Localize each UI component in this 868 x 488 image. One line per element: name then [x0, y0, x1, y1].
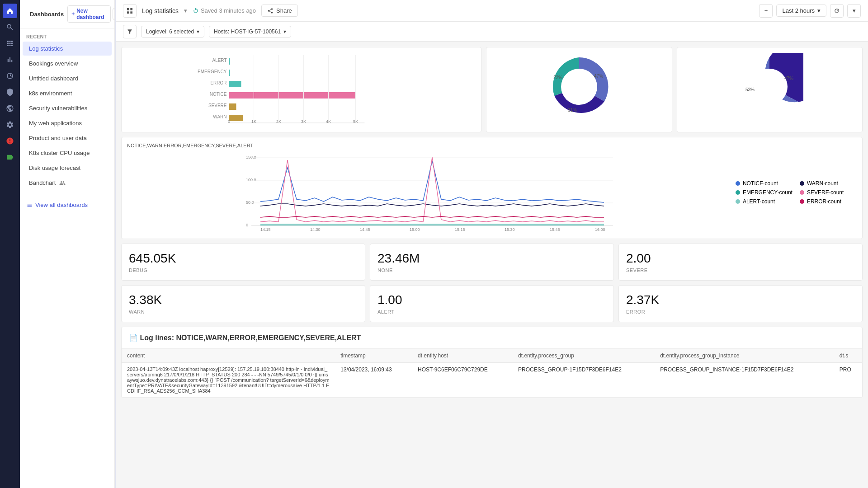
- sidebar-item-bookings-overview[interactable]: Bookings overview: [23, 56, 112, 70]
- svg-point-37: [751, 69, 788, 105]
- chart-icon[interactable]: [3, 52, 17, 67]
- legend-item-warn: WARN·count: [800, 180, 857, 187]
- search-icon[interactable]: [3, 20, 17, 34]
- sidebar-item-product-and-user-data[interactable]: Product and user data: [23, 131, 112, 145]
- svg-rect-5: [127, 8, 129, 10]
- sidebar-item-untitled-dashboard[interactable]: Untitled dashboard: [23, 71, 112, 85]
- svg-text:47%: 47%: [594, 74, 603, 79]
- legend-label-emergency: EMERGENCY·count: [743, 189, 793, 196]
- donut1-svg: 47% 31% 22%: [545, 53, 613, 121]
- metric-severe-label: SEVERE: [626, 267, 855, 273]
- sidebar-item-label: Bookings overview: [29, 60, 78, 67]
- settings-icon[interactable]: [3, 117, 17, 132]
- saved-status: Saved 3 minutes ago: [193, 7, 256, 14]
- metrics-row-1: 645.05K DEBUG 23.46M NONE 2.00 SEVERE: [121, 244, 863, 281]
- filterbar: Loglevel: 6 selected ▾ Hosts: HOST-IG-57…: [116, 22, 868, 42]
- sidebar-item-k8s-environment[interactable]: k8s environment: [23, 86, 112, 100]
- metric-alert: 1.00 ALERT: [370, 285, 614, 322]
- svg-point-33: [561, 69, 597, 105]
- metric-warn: 3.38K WARN: [121, 285, 365, 322]
- metric-alert-label: ALERT: [377, 309, 606, 314]
- donut1-container: 47% 31% 22%: [492, 53, 666, 121]
- dashboard-content: ALERT EMERGENCY ERROR NOTICE SEVERE WARN: [116, 42, 868, 488]
- metric-debug-label: DEBUG: [129, 267, 358, 273]
- svg-text:14:45: 14:45: [360, 227, 370, 232]
- legend-item-severe: SEVERE·count: [800, 189, 857, 196]
- sidebar-item-security-vulnerabilities[interactable]: Security vulnerabilities: [23, 101, 112, 115]
- donut2-svg: 47% 53%: [736, 53, 803, 121]
- log-section: 📄 Log lines: NOTICE,WARN,ERROR,EMERGENCY…: [121, 327, 863, 398]
- tag-icon[interactable]: [3, 150, 17, 164]
- bar-chart-svg: ALERT EMERGENCY ERROR NOTICE SEVERE WARN: [127, 53, 476, 125]
- new-dashboard-button[interactable]: +New dashboard: [67, 5, 111, 23]
- charts-row-1: ALERT EMERGENCY ERROR NOTICE SEVERE WARN: [121, 47, 863, 132]
- sidebar-item-log-statistics[interactable]: Log statistics: [23, 42, 112, 56]
- svg-text:ERROR: ERROR: [210, 80, 226, 85]
- svg-text:0: 0: [228, 119, 230, 124]
- col-process-group-instance: dt.entity.process_group_instance: [655, 349, 834, 363]
- apps-icon[interactable]: [3, 36, 17, 51]
- sidebar-item-label: Untitled dashboard: [29, 75, 78, 82]
- svg-text:50.0: 50.0: [246, 200, 254, 205]
- filter-icon-button[interactable]: [123, 25, 137, 38]
- severe-dot: [800, 190, 804, 195]
- legend-item-error: ERROR·count: [800, 198, 857, 205]
- sidebar-recent-label: Recent: [20, 28, 114, 41]
- sidebar-item-k8s-cluster-cpu-usage[interactable]: K8s cluster CPU usage: [23, 146, 112, 160]
- globe-icon[interactable]: [3, 101, 17, 116]
- log-process-group: PROCESS_GROUP-1F15D7F3DE6F14E2: [513, 363, 655, 398]
- loglevel-filter-button[interactable]: Loglevel: 6 selected ▾: [141, 26, 204, 38]
- alert-icon[interactable]: [3, 134, 17, 148]
- sidebar-item-label: k8s environment: [29, 90, 72, 97]
- shield-icon[interactable]: [3, 85, 17, 99]
- share-button[interactable]: Share: [261, 5, 298, 17]
- warn-dot: [800, 181, 804, 186]
- color-icon[interactable]: [3, 69, 17, 83]
- view-all-dashboards-button[interactable]: View all dashboards: [20, 198, 114, 212]
- home-icon[interactable]: [3, 4, 17, 18]
- col-content: content: [122, 349, 335, 363]
- sidebar-item-disk-usage-forecast[interactable]: Disk usage forecast: [23, 161, 112, 175]
- dashboard-dropdown-icon[interactable]: ▾: [184, 7, 187, 14]
- error-dot: [800, 199, 804, 204]
- svg-text:15:45: 15:45: [550, 227, 560, 232]
- svg-text:ALERT: ALERT: [212, 58, 226, 63]
- dashboard-grid-icon[interactable]: [123, 4, 137, 18]
- log-table-header-row: content timestamp dt.entity.host dt.enti…: [122, 349, 862, 363]
- sidebar-item-label: Security vulnerabilities: [29, 105, 87, 112]
- legend-item-notice: NOTICE·count: [736, 180, 793, 187]
- metrics-row-2: 3.38K WARN 1.00 ALERT 2.37K ERROR: [121, 285, 863, 322]
- svg-text:150.0: 150.0: [246, 155, 256, 160]
- hosts-filter-button[interactable]: Hosts: HOST-IG-57-100561 ▾: [209, 26, 291, 38]
- metric-warn-value: 3.38K: [129, 293, 358, 307]
- line-chart-card: NOTICE,WARN,ERROR,EMERGENCY,SEVERE,ALERT…: [121, 137, 863, 239]
- sidebar-title: Dashboards: [30, 11, 64, 18]
- svg-text:15:15: 15:15: [455, 227, 465, 232]
- log-dt-s: PRO: [834, 363, 862, 398]
- metric-error-label: ERROR: [626, 309, 855, 314]
- donut2-card: 47% 53%: [677, 47, 863, 132]
- line-chart-legend: NOTICE·count WARN·count EMERGENCY·count …: [736, 152, 857, 233]
- svg-text:53%: 53%: [745, 87, 755, 92]
- svg-rect-6: [130, 8, 132, 10]
- sidebar-item-bandchart[interactable]: Bandchart: [23, 176, 112, 190]
- svg-text:WARN: WARN: [213, 114, 226, 119]
- svg-text:14:15: 14:15: [260, 227, 271, 232]
- refresh-button[interactable]: [830, 4, 844, 18]
- svg-text:15:30: 15:30: [505, 227, 515, 232]
- more-options-button[interactable]: ▾: [847, 4, 861, 18]
- svg-rect-16: [229, 70, 230, 76]
- legend-label-error: ERROR·count: [807, 198, 841, 205]
- line-chart-svg: 150.0 100.0 50.0 0 14:15 14:30 14:45 15:…: [127, 152, 728, 233]
- svg-text:15:00: 15:00: [410, 227, 420, 232]
- svg-text:SEVERE: SEVERE: [208, 103, 227, 108]
- sidebar-item-my-web-applications[interactable]: My web applications: [23, 116, 112, 130]
- log-table-wrapper[interactable]: content timestamp dt.entity.host dt.enti…: [122, 349, 862, 398]
- log-content: 2023-04-13T14:09:43Z localhost haproxy[1…: [122, 363, 335, 398]
- time-range-button[interactable]: Last 2 hours ▾: [776, 5, 826, 17]
- add-tile-button[interactable]: +: [759, 4, 773, 18]
- col-process-group: dt.entity.process_group: [513, 349, 655, 363]
- sidebar-item-label: Disk usage forecast: [29, 164, 80, 171]
- notice-dot: [736, 181, 740, 186]
- dashboard-title: Log statistics: [142, 7, 179, 14]
